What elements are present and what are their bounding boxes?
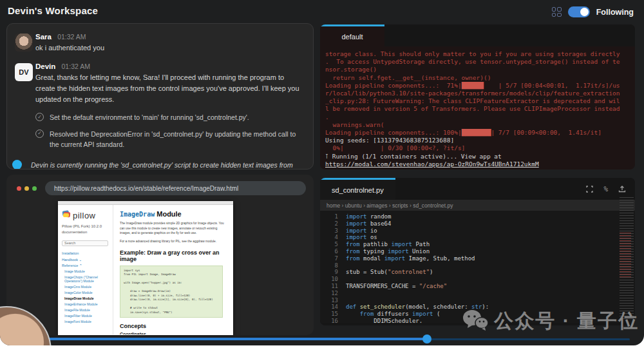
- docs-code-sample: import sysfrom PIL import Image, ImageDr…: [120, 266, 223, 318]
- grid-apps-icon[interactable]: [552, 7, 562, 17]
- sidebar-item-reference[interactable]: Reference ⌃: [62, 264, 109, 267]
- message-time: 01:32 AM: [57, 33, 86, 41]
- pillow-logo-text[interactable]: pillow: [73, 211, 96, 220]
- message-text: Great, thanks for letting me know, Sara!…: [35, 72, 304, 105]
- editor-tabbar: sd_controlnet.py %: [320, 178, 635, 200]
- editor-tab-sd-controlnet[interactable]: sd_controlnet.py: [320, 178, 395, 200]
- code-content[interactable]: 1import random2import base643import io4i…: [320, 211, 635, 323]
- docs-paragraph: The ImageDraw module provides simple 2D …: [120, 221, 226, 236]
- sidebar-item-installation[interactable]: Installation: [62, 251, 109, 255]
- close-window-dot[interactable]: [17, 186, 21, 191]
- terminal-tabbar: default: [320, 24, 635, 46]
- docs-paragraph: For a more advanced drawing library for …: [120, 239, 226, 244]
- running-status-text: Devin is currently running the 'sd_contr…: [31, 160, 301, 169]
- message-time: 01:32 AM: [62, 63, 90, 70]
- task-checklist: ✓Set the default environment to 'main' f…: [35, 113, 304, 150]
- diff-percent-icon[interactable]: %: [603, 185, 608, 193]
- docs-title: ImageDraw Module: [120, 210, 228, 218]
- status-row: Devin is currently running the 'sd_contr…: [35, 160, 304, 169]
- wechat-icon: [462, 309, 489, 334]
- minimize-window-dot[interactable]: [24, 186, 29, 191]
- fullscreen-icon[interactable]: [586, 186, 593, 193]
- running-status-dot: [12, 160, 22, 169]
- pillow-logo-icon: [62, 209, 71, 221]
- docs-search-input[interactable]: [62, 240, 108, 246]
- chat-message-sara: Sara 01:32 AM ok i authenticated you: [35, 33, 304, 53]
- docs-concepts-heading: Concepts: [120, 323, 228, 329]
- devin-workspace-window: Devin's Workspace Following Sara 01:32 A…: [0, 0, 644, 345]
- chat-message-devin: DV Devin 01:32 AM Great, thanks for lett…: [35, 63, 304, 169]
- timeline-progress: [4, 338, 428, 340]
- toggle-knob: [580, 8, 589, 16]
- timeline-handle[interactable]: [422, 334, 431, 343]
- docs-coordinates-heading: Coordinates: [120, 332, 228, 334]
- docs-main: ImageDraw Module The ImageDraw module pr…: [113, 205, 233, 334]
- docs-example-heading: Example: Draw a gray cross over an image: [120, 249, 228, 262]
- code-editor-panel: sd_controlnet.py % home › ubuntu › aimag…: [320, 178, 635, 325]
- following-label: Following: [596, 8, 634, 17]
- reference-module-list[interactable]: Image ModuleImageChops ("Channel Operati…: [62, 269, 109, 324]
- breadcrumb[interactable]: home › ubuntu › aimages › scripts › sd_c…: [320, 200, 635, 211]
- message-author: Devin: [35, 63, 55, 70]
- avatar-devin: DV: [15, 63, 33, 81]
- webpage-pillow-docs: pillow Pillow (PIL Fork) 10.2.0 document…: [58, 201, 233, 335]
- sidebar-item-handbook[interactable]: Handbook ⌄: [62, 258, 109, 262]
- message-author: Sara: [35, 33, 52, 41]
- timeline-remaining: [428, 338, 630, 340]
- terminal-tab-default[interactable]: default: [320, 24, 384, 46]
- watermark: 公众号 · 量子位: [462, 308, 639, 334]
- chat-panel: Sara 01:32 AM ok i authenticated you DV …: [6, 23, 314, 169]
- terminal-output[interactable]: storage class. This should only matter t…: [320, 46, 635, 169]
- watermark-text: 公众号 · 量子位: [494, 308, 639, 334]
- avatar-sara: [15, 34, 33, 52]
- docs-sidebar: pillow Pillow (PIL Fork) 10.2.0 document…: [58, 205, 113, 334]
- following-toggle[interactable]: [568, 6, 590, 17]
- docs-subtitle: Pillow (PIL Fork) 10.2.0 documentation: [62, 224, 109, 235]
- terminal-panel: default storage class. This should only …: [320, 24, 635, 169]
- message-text: ok i authenticated you: [35, 43, 304, 53]
- page-title: Devin's Workspace: [8, 5, 98, 16]
- upload-icon[interactable]: [618, 185, 626, 193]
- maximize-window-dot[interactable]: [32, 186, 37, 191]
- browser-panel: https://pillow.readthedocs.io/en/stable/…: [6, 175, 314, 335]
- editor-minimap[interactable]: [620, 197, 634, 320]
- url-bar[interactable]: https://pillow.readthedocs.io/en/stable/…: [45, 181, 306, 195]
- session-timeline-slider[interactable]: [0, 336, 644, 342]
